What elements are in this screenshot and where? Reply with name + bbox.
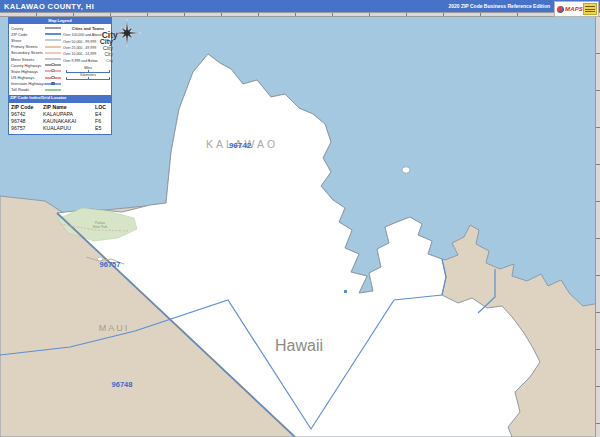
logo-brand-text: MAPS — [565, 6, 583, 12]
zip-label-96742: 96742 — [229, 141, 252, 150]
table-cell: F6 — [95, 118, 113, 125]
map-document: KALAWAO COUNTY, HI 2020 ZIP Code Busines… — [0, 0, 600, 437]
line-sample — [45, 77, 61, 79]
table-cell: KUALAPUU — [43, 125, 95, 132]
globe-icon — [557, 6, 564, 13]
city-sample: City — [106, 58, 113, 63]
logo-edition-badge — [583, 3, 597, 15]
scale-bars: Miles Kilometers — [63, 66, 113, 80]
table-cell: 96742 — [11, 111, 43, 118]
line-sample — [45, 70, 61, 72]
line-sample — [45, 83, 61, 85]
line-sample — [45, 46, 61, 48]
legend-box: Map Legend County ZIP Code Shore Primary… — [8, 17, 112, 96]
state-highway-marker-icon — [51, 69, 55, 72]
zip-index-table: ZIP Code ZIP Name LOC 96742 KALAUPAPA E4… — [8, 102, 112, 135]
col-header-loc: LOC — [95, 104, 113, 111]
line-sample — [45, 33, 61, 35]
legend-item: Toll Roads — [11, 87, 61, 93]
legend-cities-column: Cities and Towns Over 100,000 and AboveC… — [61, 25, 113, 93]
zip-label-96748: 96748 — [112, 380, 133, 389]
legend-line-symbols: County ZIP Code Shore Primary Streets Se… — [11, 25, 61, 93]
col-header-zip: ZIP Code — [11, 104, 43, 111]
line-sample — [45, 39, 61, 41]
line-sample — [45, 58, 61, 60]
page-title: KALAWAO COUNTY, HI — [0, 2, 94, 11]
table-cell: KALAUPAPA — [43, 111, 95, 118]
table-cell: 96748 — [11, 118, 43, 125]
scale-bar-miles — [66, 70, 110, 73]
us-highway-shield-icon — [51, 76, 55, 79]
table-cell: E4 — [95, 111, 113, 118]
state-label: Hawaii — [275, 337, 323, 354]
title-bar: KALAWAO COUNTY, HI 2020 ZIP Code Busines… — [0, 0, 600, 12]
line-sample — [45, 89, 61, 91]
city-sample: City — [104, 51, 113, 57]
islet — [402, 167, 410, 173]
poi-marker — [344, 290, 347, 293]
scale-bar-km — [66, 77, 110, 80]
line-sample — [45, 64, 61, 66]
table-cell: E5 — [95, 125, 113, 132]
publisher-logo: MAPS — [554, 1, 599, 17]
zip-label-96757: 96757 — [100, 260, 121, 269]
park-label-line2: State Park — [93, 225, 108, 229]
county-highway-marker-icon — [51, 63, 55, 66]
line-sample — [45, 27, 61, 29]
neighbor-county-label: MAUI — [99, 323, 130, 333]
col-header-name: ZIP Name — [43, 104, 95, 111]
city-sample: City — [103, 45, 113, 51]
interstate-shield-icon — [51, 82, 55, 85]
grid-ruler-right — [595, 17, 600, 437]
table-cell: 96757 — [11, 125, 43, 132]
city-class-row: Over 9,999 and BelowCity — [63, 58, 113, 64]
table-cell: KAUNAKAKAI — [43, 118, 95, 125]
line-sample — [45, 52, 61, 54]
